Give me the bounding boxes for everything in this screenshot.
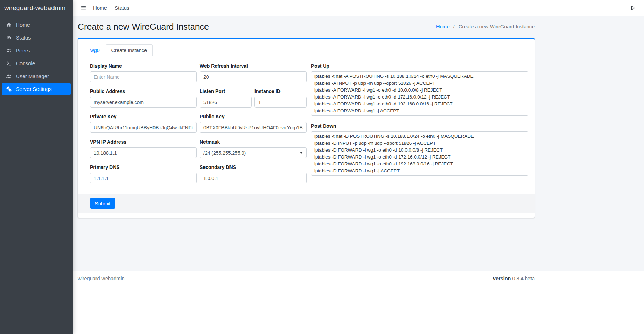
- gauge-icon: [6, 35, 12, 41]
- form-row: VPN IP Address Netmask /24 (255.255.255.…: [90, 139, 307, 158]
- card-bottom-padding: [78, 213, 535, 218]
- sidebar-item-user-manager[interactable]: User Manager: [2, 70, 71, 82]
- public-key-field: Public Key: [200, 114, 307, 133]
- form-right-column: Post Up iptables -t nat -A POSTROUTING -…: [311, 63, 528, 183]
- public-address-field: Public Address: [90, 88, 197, 108]
- footer-inner: wireguard-webadmin Version 0.8.4 beta: [78, 276, 535, 281]
- footer-app-name: wireguard-webadmin: [78, 276, 125, 281]
- secondary-dns-label: Secondary DNS: [200, 164, 307, 170]
- app-root: wireguard-webadmin Home Status Peers: [0, 0, 644, 334]
- web-refresh-interval-label: Web Refresh Interval: [200, 63, 307, 69]
- public-key-input[interactable]: [200, 122, 307, 133]
- instance-id-label: Instance ID: [254, 88, 307, 94]
- display-name-label: Display Name: [90, 63, 197, 69]
- page-title: Create a new WireGuard Instance: [78, 22, 209, 32]
- form-row: Display Name Web Refresh Interval: [90, 63, 307, 82]
- listen-port-input[interactable]: [200, 97, 252, 108]
- gears-icon: [6, 86, 12, 92]
- footer-version-label: Version: [493, 276, 511, 281]
- post-up-field: Post Up iptables -t nat -A POSTROUTING -…: [311, 63, 528, 117]
- user-group-icon: [6, 73, 12, 79]
- netmask-select-wrap: /24 (255.255.255.0): [200, 147, 307, 158]
- tab-create-instance[interactable]: Create Instance: [106, 44, 153, 56]
- sidebar-item-home[interactable]: Home: [2, 19, 71, 31]
- sidebar-item-label: Peers: [16, 48, 30, 53]
- hamburger-icon: [81, 5, 86, 11]
- public-address-input[interactable]: [90, 97, 197, 108]
- primary-dns-input[interactable]: [90, 173, 197, 183]
- page-footer: wireguard-webadmin Version 0.8.4 beta: [73, 271, 644, 286]
- public-key-label: Public Key: [200, 114, 307, 119]
- footer-version-value: 0.8.4 beta: [512, 276, 535, 281]
- form-body: Display Name Web Refresh Interval Public…: [78, 56, 535, 194]
- main-area: Home Status Create a new WireGuard Insta…: [73, 0, 644, 334]
- netmask-select[interactable]: /24 (255.255.255.0): [200, 147, 307, 158]
- sidebar-item-status[interactable]: Status: [2, 32, 71, 44]
- logout-icon: [630, 5, 636, 11]
- post-up-label: Post Up: [311, 63, 528, 69]
- private-key-input[interactable]: [90, 122, 197, 133]
- post-down-field: Post Down iptables -t nat -D POSTROUTING…: [311, 123, 528, 177]
- breadcrumb-current: Create a new WireGuard Instance: [459, 24, 535, 29]
- users-icon: [6, 48, 12, 54]
- instance-card: wg0 Create Instance Display Name Web Ref…: [78, 38, 535, 218]
- terminal-icon: [6, 60, 12, 67]
- navbar-link-status[interactable]: Status: [111, 5, 133, 11]
- vpn-ip-input[interactable]: [90, 147, 197, 158]
- footer-version: Version 0.8.4 beta: [493, 276, 535, 281]
- form-row: Private Key Public Key: [90, 114, 307, 133]
- display-name-field: Display Name: [90, 63, 197, 82]
- private-key-label: Private Key: [90, 114, 197, 119]
- navbar-link-home[interactable]: Home: [89, 5, 111, 11]
- home-icon: [6, 22, 12, 28]
- breadcrumb-home-link[interactable]: Home: [436, 24, 450, 29]
- breadcrumb: Home / Create a new WireGuard Instance: [436, 24, 535, 29]
- logout-button[interactable]: [628, 3, 638, 12]
- display-name-input[interactable]: [90, 71, 197, 82]
- breadcrumb-separator: /: [453, 24, 455, 29]
- post-up-textarea[interactable]: iptables -t nat -A POSTROUTING -s 10.188…: [311, 71, 528, 116]
- card-footer: Submit: [78, 194, 535, 213]
- menu-toggle-button[interactable]: [78, 3, 89, 12]
- web-refresh-interval-input[interactable]: [200, 71, 307, 82]
- sidebar-item-peers[interactable]: Peers: [2, 44, 71, 57]
- instance-id-field: Instance ID: [254, 88, 307, 108]
- content-header: Create a new WireGuard Instance Home / C…: [78, 22, 535, 32]
- post-down-label: Post Down: [311, 123, 528, 129]
- vpn-ip-field: VPN IP Address: [90, 139, 197, 158]
- public-address-label: Public Address: [90, 88, 197, 94]
- netmask-label: Netmask: [200, 139, 307, 145]
- content-wrapper: Create a new WireGuard Instance Home / C…: [73, 16, 644, 271]
- post-down-textarea[interactable]: iptables -t nat -D POSTROUTING -s 10.188…: [311, 131, 528, 176]
- sidebar-item-label: Console: [16, 60, 35, 66]
- sidebar-item-label: Server Settings: [16, 86, 52, 92]
- sidebar-nav: Home Status Peers Console: [0, 16, 73, 98]
- listen-port-field: Listen Port: [200, 88, 252, 108]
- form-row: Public Address Listen Port Instance ID: [90, 88, 307, 108]
- secondary-dns-field: Secondary DNS: [200, 164, 307, 183]
- sidebar: wireguard-webadmin Home Status Peers: [0, 0, 73, 334]
- tab-bar: wg0 Create Instance: [78, 44, 535, 56]
- form-row: Primary DNS Secondary DNS: [90, 164, 307, 183]
- secondary-dns-input[interactable]: [200, 173, 307, 183]
- netmask-field: Netmask /24 (255.255.255.0): [200, 139, 307, 158]
- sidebar-item-console[interactable]: Console: [2, 57, 71, 69]
- primary-dns-field: Primary DNS: [90, 164, 197, 183]
- sidebar-item-label: User Manager: [16, 73, 49, 79]
- primary-dns-label: Primary DNS: [90, 164, 197, 170]
- web-refresh-interval-field: Web Refresh Interval: [200, 63, 307, 82]
- form-left-column: Display Name Web Refresh Interval Public…: [90, 63, 307, 183]
- top-navbar: Home Status: [73, 0, 644, 16]
- vpn-ip-label: VPN IP Address: [90, 139, 197, 145]
- listen-port-label: Listen Port: [200, 88, 252, 94]
- sidebar-item-label: Home: [16, 22, 30, 28]
- tab-wg0[interactable]: wg0: [84, 44, 106, 56]
- private-key-field: Private Key: [90, 114, 197, 133]
- submit-button[interactable]: Submit: [90, 198, 115, 209]
- brand[interactable]: wireguard-webadmin: [0, 0, 73, 16]
- sidebar-item-label: Status: [16, 35, 31, 41]
- sidebar-item-server-settings[interactable]: Server Settings: [2, 83, 71, 95]
- instance-id-input[interactable]: [254, 97, 307, 108]
